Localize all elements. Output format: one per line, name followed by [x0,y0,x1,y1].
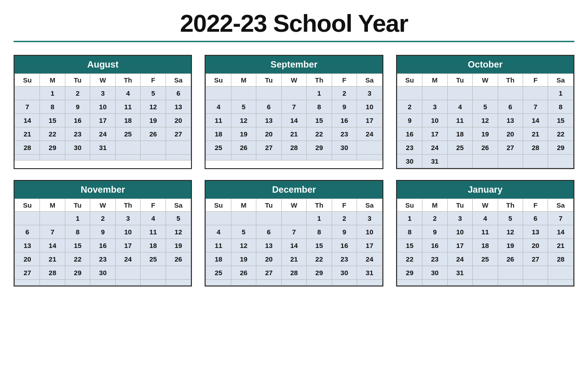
day-cell: 1 [65,212,90,225]
day-cell: 2 [332,212,357,225]
day-cell [90,155,115,160]
day-cell [548,280,573,286]
day-cell: 12 [498,225,523,239]
month-calendar-january: JanuarySuMTuWThFSa1234567891011121314151… [396,180,574,286]
day-cell [256,280,281,286]
day-cell: 15 [307,114,332,127]
day-cell [523,155,548,168]
day-header: Sa [357,199,382,212]
day-cell: 11 [115,100,140,114]
day-cell [256,212,281,225]
day-cell: 21 [523,127,548,141]
day-cell: 4 [115,87,140,100]
day-header: Th [498,74,523,87]
day-cell [473,87,498,100]
day-cell: 13 [166,100,191,114]
day-cell: 27 [256,141,281,155]
day-cell: 17 [115,239,140,252]
day-cell: 28 [548,252,573,266]
day-cell: 16 [90,239,115,252]
day-cell: 14 [40,239,65,252]
day-cell [357,155,382,160]
day-cell: 17 [447,239,472,252]
day-cell: 1 [40,87,65,100]
day-cell: 28 [281,266,306,280]
day-cell [15,280,40,286]
day-cell: 4 [141,212,166,225]
day-cell: 16 [422,239,447,252]
day-cell: 10 [90,100,115,114]
day-cell [498,266,523,280]
day-header: W [90,74,115,87]
day-cell [447,87,472,100]
day-cell: 6 [523,212,548,225]
day-cell: 25 [206,141,231,155]
day-cell [332,155,357,160]
day-cell: 9 [65,100,90,114]
day-cell [115,155,140,160]
calendars-grid: AugustSuMTuWThFSa12345678910111213141516… [14,55,574,286]
day-cell: 2 [65,87,90,100]
day-cell [15,212,40,225]
day-cell: 20 [256,252,281,266]
day-cell: 2 [397,100,422,114]
month-header: December [206,181,382,199]
day-cell: 24 [422,141,447,155]
day-cell: 21 [40,252,65,266]
day-header: Tu [65,74,90,87]
day-cell: 13 [256,239,281,252]
day-cell: 9 [332,100,357,114]
day-cell: 26 [231,266,256,280]
month-calendar-november: NovemberSuMTuWThFSa123456789101112131415… [14,180,192,286]
day-cell: 11 [141,225,166,239]
day-header: Sa [548,74,573,87]
day-cell: 23 [65,127,90,141]
day-cell: 21 [281,252,306,266]
day-cell: 26 [473,141,498,155]
day-cell [90,280,115,286]
day-cell: 11 [447,114,472,127]
day-cell: 5 [141,87,166,100]
day-header: Tu [447,199,472,212]
day-header: Su [397,74,422,87]
day-cell: 15 [65,239,90,252]
day-cell: 19 [473,127,498,141]
month-table: SuMTuWThFSa12345678910111213141516171819… [15,73,191,160]
day-cell: 19 [231,252,256,266]
day-cell [115,280,140,286]
day-header: M [231,199,256,212]
day-cell: 2 [332,87,357,100]
day-cell [498,280,523,286]
day-cell: 6 [498,100,523,114]
day-cell [422,280,447,286]
day-cell: 3 [447,212,472,225]
day-cell [256,155,281,160]
day-cell: 16 [65,114,90,127]
month-header: September [206,56,382,73]
day-header: M [422,199,447,212]
day-header: Su [397,199,422,212]
day-cell [498,87,523,100]
month-table: SuMTuWThFSa12345678910111213141516171819… [206,199,382,286]
day-cell: 8 [65,225,90,239]
day-cell: 17 [357,239,382,252]
month-calendar-september: SeptemberSuMTuWThFSa12345678910111213141… [205,55,383,169]
day-cell [473,155,498,168]
day-cell [281,155,306,160]
day-cell: 18 [473,239,498,252]
day-header: M [40,74,65,87]
day-cell [357,141,382,155]
day-cell [256,87,281,100]
day-header: Sa [357,74,382,87]
day-cell [307,280,332,286]
day-cell [523,87,548,100]
day-cell: 24 [357,127,382,141]
day-cell: 22 [307,127,332,141]
day-cell [141,280,166,286]
day-cell: 30 [65,141,90,155]
day-cell: 30 [422,266,447,280]
day-cell: 4 [447,100,472,114]
day-cell: 29 [307,266,332,280]
page-title: 2022-23 School Year [14,9,574,37]
day-cell [206,87,231,100]
